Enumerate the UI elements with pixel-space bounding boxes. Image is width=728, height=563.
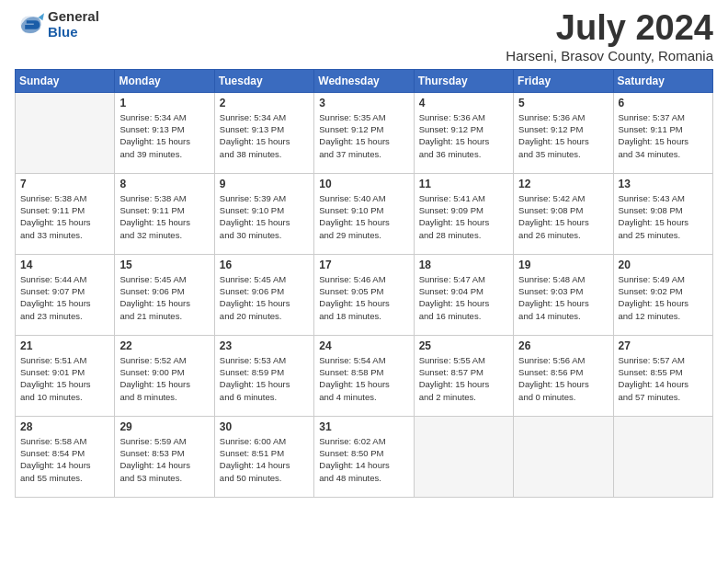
day-number: 25	[419, 339, 508, 352]
day-number: 30	[220, 420, 309, 433]
calendar-body: 1Sunrise: 5:34 AMSunset: 9:13 PMDaylight…	[16, 92, 713, 497]
logo-blue-text: Blue	[48, 25, 99, 40]
day-number: 1	[119, 97, 209, 109]
week-row-1: 1Sunrise: 5:34 AMSunset: 9:13 PMDaylight…	[16, 92, 713, 173]
day-number: 5	[518, 97, 608, 109]
day-number: 12	[518, 178, 608, 190]
day-info: Sunrise: 5:40 AMSunset: 9:10 PMDaylight:…	[319, 192, 408, 241]
calendar-cell: 22Sunrise: 5:52 AMSunset: 9:00 PMDayligh…	[115, 335, 214, 416]
day-info: Sunrise: 5:35 AMSunset: 9:12 PMDaylight:…	[319, 111, 408, 160]
day-info: Sunrise: 5:41 AMSunset: 9:09 PMDaylight:…	[419, 192, 508, 241]
day-info: Sunrise: 5:56 AMSunset: 8:56 PMDaylight:…	[518, 354, 608, 403]
calendar-cell: 28Sunrise: 5:58 AMSunset: 8:54 PMDayligh…	[16, 416, 115, 497]
calendar-cell: 7Sunrise: 5:38 AMSunset: 9:11 PMDaylight…	[16, 173, 115, 254]
logo-general-text: General	[48, 9, 99, 25]
day-info: Sunrise: 5:45 AMSunset: 9:06 PMDaylight:…	[119, 273, 209, 322]
calendar-cell: 29Sunrise: 5:59 AMSunset: 8:53 PMDayligh…	[115, 416, 214, 497]
day-info: Sunrise: 6:02 AMSunset: 8:50 PMDaylight:…	[319, 435, 408, 484]
calendar-header: SundayMondayTuesdayWednesdayThursdayFrid…	[16, 69, 713, 92]
day-number: 17	[319, 259, 408, 271]
day-info: Sunrise: 5:52 AMSunset: 9:00 PMDaylight:…	[119, 354, 209, 403]
calendar-cell: 2Sunrise: 5:34 AMSunset: 9:13 PMDaylight…	[214, 92, 313, 173]
week-row-2: 7Sunrise: 5:38 AMSunset: 9:11 PMDaylight…	[16, 173, 713, 254]
calendar-cell: 4Sunrise: 5:36 AMSunset: 9:12 PMDaylight…	[414, 92, 513, 173]
day-number: 18	[419, 259, 508, 271]
weekday-header-friday: Friday	[514, 69, 613, 92]
day-number: 9	[220, 178, 309, 190]
calendar-cell: 12Sunrise: 5:42 AMSunset: 9:08 PMDayligh…	[514, 173, 613, 254]
day-number: 24	[319, 339, 408, 352]
calendar-cell: 25Sunrise: 5:55 AMSunset: 8:57 PMDayligh…	[414, 335, 513, 416]
calendar-cell: 6Sunrise: 5:37 AMSunset: 9:11 PMDaylight…	[613, 92, 712, 173]
calendar-cell: 11Sunrise: 5:41 AMSunset: 9:09 PMDayligh…	[414, 173, 513, 254]
day-number: 19	[518, 259, 608, 271]
main-title: July 2024	[506, 9, 713, 48]
calendar-cell	[514, 416, 613, 497]
day-number: 11	[419, 178, 508, 190]
day-info: Sunrise: 5:38 AMSunset: 9:11 PMDaylight:…	[119, 192, 209, 241]
calendar-cell: 9Sunrise: 5:39 AMSunset: 9:10 PMDaylight…	[214, 173, 313, 254]
day-info: Sunrise: 5:42 AMSunset: 9:08 PMDaylight:…	[518, 192, 608, 241]
logo-icon	[15, 10, 44, 40]
calendar-cell: 19Sunrise: 5:48 AMSunset: 9:03 PMDayligh…	[514, 254, 613, 335]
calendar-cell: 3Sunrise: 5:35 AMSunset: 9:12 PMDaylight…	[314, 92, 414, 173]
day-number: 13	[619, 178, 708, 190]
calendar-cell: 16Sunrise: 5:45 AMSunset: 9:06 PMDayligh…	[214, 254, 313, 335]
day-number: 8	[119, 178, 209, 190]
day-number: 27	[619, 339, 708, 352]
day-info: Sunrise: 5:49 AMSunset: 9:02 PMDaylight:…	[619, 273, 708, 322]
calendar-cell: 5Sunrise: 5:36 AMSunset: 9:12 PMDaylight…	[514, 92, 613, 173]
calendar: SundayMondayTuesdayWednesdayThursdayFrid…	[15, 69, 713, 498]
calendar-cell: 10Sunrise: 5:40 AMSunset: 9:10 PMDayligh…	[314, 173, 414, 254]
day-number: 23	[220, 339, 309, 352]
day-info: Sunrise: 5:46 AMSunset: 9:05 PMDaylight:…	[319, 273, 408, 322]
day-info: Sunrise: 5:36 AMSunset: 9:12 PMDaylight:…	[419, 111, 508, 160]
day-info: Sunrise: 5:43 AMSunset: 9:08 PMDaylight:…	[619, 192, 708, 241]
day-number: 3	[319, 97, 408, 109]
day-info: Sunrise: 5:58 AMSunset: 8:54 PMDaylight:…	[20, 435, 109, 484]
day-number: 22	[119, 339, 209, 352]
day-info: Sunrise: 5:57 AMSunset: 8:55 PMDaylight:…	[619, 354, 708, 403]
day-number: 21	[20, 339, 109, 352]
calendar-cell: 23Sunrise: 5:53 AMSunset: 8:59 PMDayligh…	[214, 335, 313, 416]
logo-text: General Blue	[48, 9, 99, 40]
weekday-header-row: SundayMondayTuesdayWednesdayThursdayFrid…	[16, 69, 713, 92]
week-row-5: 28Sunrise: 5:58 AMSunset: 8:54 PMDayligh…	[16, 416, 713, 497]
calendar-cell: 20Sunrise: 5:49 AMSunset: 9:02 PMDayligh…	[613, 254, 712, 335]
day-info: Sunrise: 5:34 AMSunset: 9:13 PMDaylight:…	[119, 111, 209, 160]
day-info: Sunrise: 5:59 AMSunset: 8:53 PMDaylight:…	[119, 435, 209, 484]
weekday-header-saturday: Saturday	[613, 69, 712, 92]
day-info: Sunrise: 6:00 AMSunset: 8:51 PMDaylight:…	[220, 435, 309, 484]
day-number: 26	[518, 339, 608, 352]
weekday-header-wednesday: Wednesday	[314, 69, 414, 92]
day-info: Sunrise: 5:51 AMSunset: 9:01 PMDaylight:…	[20, 354, 109, 403]
calendar-cell: 24Sunrise: 5:54 AMSunset: 8:58 PMDayligh…	[314, 335, 414, 416]
title-block: July 2024 Harseni, Brasov County, Romani…	[506, 9, 713, 63]
day-info: Sunrise: 5:45 AMSunset: 9:06 PMDaylight:…	[220, 273, 309, 322]
day-info: Sunrise: 5:48 AMSunset: 9:03 PMDaylight:…	[518, 273, 608, 322]
day-number: 14	[20, 259, 109, 271]
logo: General Blue	[15, 9, 99, 40]
calendar-cell	[613, 416, 712, 497]
day-info: Sunrise: 5:34 AMSunset: 9:13 PMDaylight:…	[220, 111, 309, 160]
calendar-cell: 14Sunrise: 5:44 AMSunset: 9:07 PMDayligh…	[16, 254, 115, 335]
day-info: Sunrise: 5:47 AMSunset: 9:04 PMDaylight:…	[419, 273, 508, 322]
day-number: 20	[619, 259, 708, 271]
day-info: Sunrise: 5:53 AMSunset: 8:59 PMDaylight:…	[220, 354, 309, 403]
calendar-cell: 8Sunrise: 5:38 AMSunset: 9:11 PMDaylight…	[115, 173, 214, 254]
day-info: Sunrise: 5:55 AMSunset: 8:57 PMDaylight:…	[419, 354, 508, 403]
day-number: 4	[419, 97, 508, 109]
header: General Blue July 2024 Harseni, Brasov C…	[15, 9, 713, 63]
calendar-cell	[414, 416, 513, 497]
day-info: Sunrise: 5:39 AMSunset: 9:10 PMDaylight:…	[220, 192, 309, 241]
calendar-cell: 31Sunrise: 6:02 AMSunset: 8:50 PMDayligh…	[314, 416, 414, 497]
week-row-3: 14Sunrise: 5:44 AMSunset: 9:07 PMDayligh…	[16, 254, 713, 335]
calendar-cell: 1Sunrise: 5:34 AMSunset: 9:13 PMDaylight…	[115, 92, 214, 173]
calendar-cell: 15Sunrise: 5:45 AMSunset: 9:06 PMDayligh…	[115, 254, 214, 335]
day-number: 2	[220, 97, 309, 109]
calendar-cell: 26Sunrise: 5:56 AMSunset: 8:56 PMDayligh…	[514, 335, 613, 416]
day-number: 28	[20, 420, 109, 433]
day-number: 7	[20, 178, 109, 190]
calendar-cell: 17Sunrise: 5:46 AMSunset: 9:05 PMDayligh…	[314, 254, 414, 335]
day-info: Sunrise: 5:54 AMSunset: 8:58 PMDaylight:…	[319, 354, 408, 403]
